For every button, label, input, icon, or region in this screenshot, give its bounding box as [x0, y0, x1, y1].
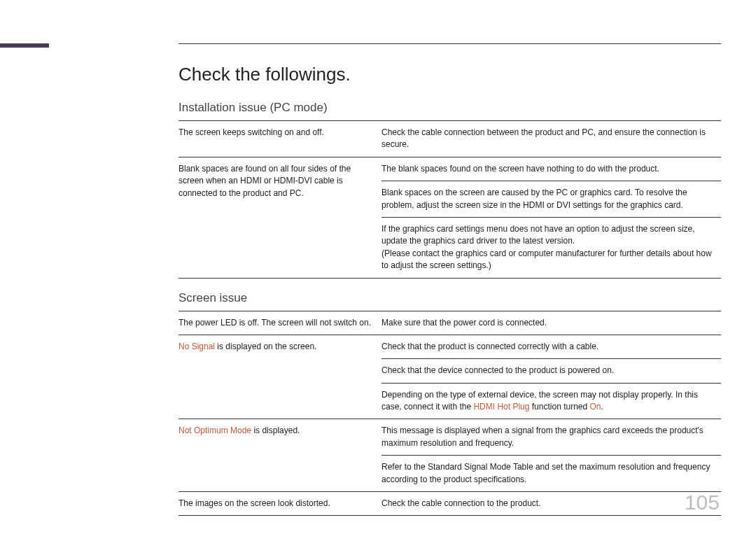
issue-solution: Check that the device connected to the p… — [382, 359, 721, 383]
issue-solution: Check that the product is connected corr… — [382, 335, 721, 358]
section-heading-installation: Installation issue (PC mode) — [178, 101, 721, 115]
solution-text: function turned — [529, 402, 589, 412]
table-row: The screen keeps switching on and off. C… — [178, 121, 721, 157]
issue-solution: Blank spaces on the screen are caused by… — [382, 181, 721, 218]
keyword-on: On — [590, 402, 601, 412]
screen-issue-table: The power LED is off. The screen will no… — [178, 311, 721, 517]
solution-text: . — [601, 402, 603, 412]
page-title: Check the followings. — [178, 64, 721, 85]
keyword-hdmi-hot-plug: HDMI Hot Plug — [473, 402, 529, 412]
issue-symptom: No Signal is displayed on the screen. — [178, 335, 382, 419]
page-content: Check the followings. Installation issue… — [178, 43, 721, 516]
top-divider — [178, 43, 721, 44]
keyword-not-optimum-mode: Not Optimum Mode — [178, 426, 251, 435]
issue-solution: Make sure that the power cord is connect… — [382, 311, 721, 335]
issue-solution: This message is displayed when a signal … — [382, 419, 721, 456]
table-row: The power LED is off. The screen will no… — [178, 311, 721, 335]
solution-text-line: If the graphics card settings menu does … — [382, 224, 695, 246]
issue-solution: The blank spaces found on the screen hav… — [382, 157, 721, 181]
table-row: Blank spaces are found on all four sides… — [178, 157, 721, 181]
section-heading-screen: Screen issue — [178, 291, 721, 305]
issue-solution: If the graphics card settings menu does … — [382, 217, 721, 278]
table-row: Not Optimum Mode is displayed. This mess… — [178, 419, 721, 456]
page-number: 105 — [685, 491, 720, 514]
issue-solution: Check the cable connection between the p… — [382, 121, 721, 157]
issue-solution: Depending on the type of external device… — [382, 383, 721, 419]
issue-symptom: Blank spaces are found on all four sides… — [178, 157, 382, 278]
symptom-text: is displayed. — [251, 426, 300, 435]
issue-symptom: The screen keeps switching on and off. — [178, 121, 382, 157]
issue-symptom: Not Optimum Mode is displayed. — [178, 419, 382, 492]
issue-symptom: The power LED is off. The screen will no… — [178, 311, 382, 335]
side-tab-marker — [0, 43, 49, 48]
issue-solution: Check the cable connection to the produc… — [382, 492, 721, 516]
issue-solution: Refer to the Standard Signal Mode Table … — [382, 456, 721, 492]
solution-text-line: (Please contact the graphics card or com… — [382, 248, 712, 270]
table-row: The images on the screen look distorted.… — [178, 492, 721, 516]
issue-symptom: The images on the screen look distorted. — [178, 492, 382, 516]
table-row: No Signal is displayed on the screen. Ch… — [178, 335, 721, 358]
installation-issue-table: The screen keeps switching on and off. C… — [178, 121, 721, 279]
symptom-text: is displayed on the screen. — [215, 342, 316, 351]
keyword-no-signal: No Signal — [178, 342, 215, 351]
